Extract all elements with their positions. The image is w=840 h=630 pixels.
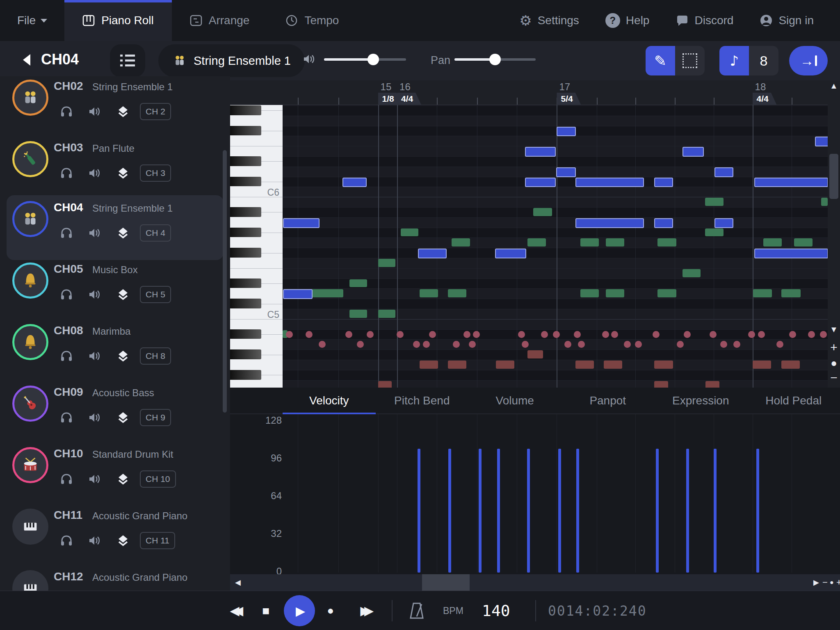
drum-note-dot[interactable] [748, 331, 755, 338]
controller-tab-velocity[interactable]: Velocity [283, 388, 376, 413]
note-duration-button[interactable]: ♪ [719, 46, 749, 75]
midi-note-green[interactable] [580, 238, 599, 247]
controller-tab-hold-pedal[interactable]: Hold Pedal [747, 388, 840, 413]
volume-slider-thumb[interactable] [368, 54, 379, 65]
midi-note-maroon[interactable] [496, 361, 514, 369]
track-channel-badge[interactable]: CH 10 [140, 470, 176, 488]
midi-note-maroon[interactable] [420, 361, 438, 369]
track-item-ch02[interactable]: CH02String Ensemble 1CH 2 [0, 79, 230, 133]
zoom-out-horizontal-icon[interactable]: − [822, 577, 828, 588]
midi-note-green[interactable] [606, 289, 624, 297]
track-layers-button[interactable] [116, 105, 130, 118]
play-button[interactable]: ▶ [284, 595, 315, 626]
drum-note-dot[interactable] [758, 331, 765, 338]
midi-note-green[interactable] [781, 289, 801, 297]
midi-note-selected[interactable] [815, 137, 828, 146]
piano-keyboard[interactable]: C6C5 [230, 105, 283, 388]
track-item-ch11[interactable]: CH11Acoustic Grand PianoCH 11 [0, 508, 230, 562]
velocity-bar[interactable] [497, 449, 500, 573]
drum-note-dot[interactable] [397, 331, 404, 338]
velocity-bar[interactable] [448, 449, 451, 573]
midi-note-green[interactable] [763, 238, 782, 247]
bpm-value[interactable]: 140 [482, 602, 510, 620]
midi-note-maroon[interactable] [705, 381, 719, 388]
black-key-gs4[interactable] [230, 349, 261, 359]
midi-note-selected[interactable] [654, 178, 673, 187]
scroll-up-icon[interactable]: ▲ [828, 81, 840, 91]
discord-button[interactable]: Discord [667, 14, 742, 27]
midi-note-green[interactable] [452, 238, 470, 247]
midi-note-green[interactable] [527, 238, 546, 247]
track-mute-button[interactable] [87, 350, 101, 362]
horizontal-scrollbar-thumb[interactable] [422, 574, 470, 591]
volume-slider[interactable] [324, 58, 406, 61]
drum-note-dot[interactable] [429, 331, 436, 338]
tab-tempo[interactable]: Tempo [267, 0, 357, 41]
drum-note-dot[interactable] [677, 341, 684, 348]
drum-note-dot[interactable] [357, 341, 364, 348]
track-layers-button[interactable] [116, 227, 130, 239]
zoom-in-vertical-icon[interactable]: + [828, 340, 840, 354]
track-solo-button[interactable] [59, 106, 73, 117]
pan-slider[interactable] [454, 58, 536, 61]
zoom-reset-horizontal-icon[interactable]: ● [830, 579, 834, 586]
velocity-bar[interactable] [418, 449, 420, 573]
midi-note-maroon[interactable] [781, 361, 800, 369]
midi-note-maroon[interactable] [378, 381, 392, 388]
track-layers-button[interactable] [116, 167, 130, 179]
midi-note-green[interactable] [311, 289, 343, 297]
velocity-pane[interactable]: 1289664320 [230, 414, 840, 574]
track-layers-button[interactable] [116, 288, 130, 301]
drum-note-dot[interactable] [453, 341, 460, 348]
midi-note-green[interactable] [420, 289, 438, 297]
midi-note-selected[interactable] [714, 218, 734, 228]
track-channel-badge[interactable]: CH 11 [140, 532, 175, 549]
selection-tool-button[interactable] [675, 46, 705, 75]
midi-note-selected[interactable] [525, 147, 555, 157]
velocity-bar[interactable] [576, 449, 579, 573]
drum-note-dot[interactable] [518, 331, 525, 338]
drum-note-dot[interactable] [345, 331, 352, 338]
black-key-ds5[interactable] [230, 278, 261, 288]
drum-note-dot[interactable] [574, 331, 581, 338]
midi-note-green[interactable] [682, 269, 701, 277]
midi-note-selected[interactable] [283, 218, 320, 228]
midi-note-green[interactable] [705, 198, 724, 206]
midi-note-green[interactable] [657, 238, 676, 247]
track-solo-button[interactable] [59, 289, 73, 300]
track-channel-badge[interactable]: CH 8 [140, 347, 171, 365]
drum-note-dot[interactable] [684, 331, 691, 338]
drum-note-dot[interactable] [473, 331, 480, 338]
midi-note-selected[interactable] [714, 167, 734, 177]
drum-note-dot[interactable] [710, 331, 717, 338]
midi-note-selected[interactable] [654, 218, 673, 228]
midi-note-selected[interactable] [283, 289, 313, 299]
track-solo-button[interactable] [59, 535, 73, 546]
midi-note-maroon[interactable] [575, 361, 594, 369]
track-item-ch04[interactable]: CH04String Ensemble 1CH 4 [0, 200, 230, 254]
track-item-ch05[interactable]: CH05Music BoxCH 5 [0, 262, 230, 316]
drum-note-dot[interactable] [319, 341, 326, 348]
sidebar-scrollbar[interactable] [223, 150, 227, 413]
midi-note-green[interactable] [349, 310, 367, 318]
drum-note-dot[interactable] [635, 341, 642, 348]
drum-note-dot[interactable] [653, 331, 660, 338]
midi-note-selected[interactable] [557, 127, 576, 137]
velocity-bar[interactable] [656, 449, 659, 573]
scroll-left-icon[interactable]: ◀ [235, 578, 241, 587]
midi-note-selected[interactable] [556, 167, 576, 177]
track-item-ch03[interactable]: CH03Pan FluteCH 3 [0, 140, 230, 194]
track-solo-button[interactable] [59, 350, 73, 362]
drum-note-dot[interactable] [306, 331, 313, 338]
track-item-ch08[interactable]: CH08MarimbaCH 8 [0, 323, 230, 377]
midi-note-green[interactable] [705, 228, 724, 237]
midi-note-selected[interactable] [495, 249, 526, 258]
drum-note-dot[interactable] [413, 341, 420, 348]
midi-note-maroon[interactable] [753, 361, 771, 369]
midi-note-maroon[interactable] [654, 381, 668, 388]
track-solo-button[interactable] [59, 227, 73, 239]
drum-note-dot[interactable] [808, 331, 815, 338]
velocity-bar[interactable] [686, 449, 689, 573]
drum-note-dot[interactable] [789, 331, 796, 338]
velocity-bar[interactable] [558, 449, 561, 573]
